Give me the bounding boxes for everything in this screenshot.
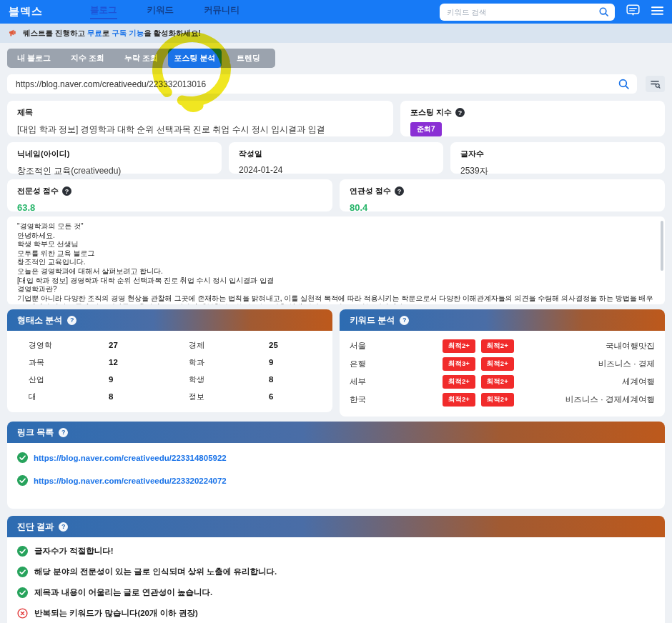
internal-link[interactable]: https://blog.naver.com/creativeedu/22332… xyxy=(34,477,227,485)
keyword-table: 서울 최적2+최적2+ 국내여행맛집 은행 최적3+최적2+ 비즈니스 · 경제… xyxy=(340,331,665,417)
content-line: 기업뿐 아니라 다양한 조직의 경영 현상을 관찰해 그곳에 존재하는 법칙을 … xyxy=(17,294,655,304)
link-item: https://blog.naver.com/creativeedu/22332… xyxy=(17,475,655,486)
charcount-card: 글자수 2539자 xyxy=(450,142,665,174)
list-search-button[interactable] xyxy=(646,76,665,92)
section-tabbar: 내 블로그 지수 조회 누락 조회 포스팅 분석 트렌딩 xyxy=(7,49,275,68)
post-url-input[interactable] xyxy=(7,74,637,94)
morpheme-section-header: 형태소 분석 ? xyxy=(7,309,332,331)
topbar-icons xyxy=(626,4,663,19)
help-icon[interactable]: ? xyxy=(455,108,465,117)
check-circle-icon xyxy=(17,475,28,486)
rank-badge: 최적2+ xyxy=(443,339,475,353)
content-scrollbar[interactable] xyxy=(661,221,663,271)
morpheme-row: 경영학 27 경제 25 xyxy=(29,337,332,354)
morpheme-analysis-section: 형태소 분석 ? 경영학 27 경제 25 과목 12 학과 9 산업 xyxy=(7,309,332,412)
check-circle-icon xyxy=(17,452,28,463)
rank-badge: 최적3+ xyxy=(443,357,475,371)
keyword-section-header: 키워드 분석 ? xyxy=(340,309,665,331)
keyword-row: 한국 최적2+최적2+ 비즈니스 · 경제세계여행 xyxy=(350,391,655,409)
help-icon[interactable]: ? xyxy=(400,316,409,325)
nav-item-blog[interactable]: 블로그 xyxy=(90,4,117,19)
expertise-score-card: 전문성 점수 ? 63.8 xyxy=(7,179,332,211)
tab-post-analysis[interactable]: 포스팅 분석 xyxy=(168,49,222,68)
content-line: 창조적인 교육입니다. xyxy=(17,258,655,267)
quest-notice-bar: 퀘스트를 진행하고 무료로 구독 기능을 활성화하세요! xyxy=(0,24,672,43)
post-url-box xyxy=(7,74,637,94)
diagnosis-item: 글자수가 적절합니다! xyxy=(17,546,655,557)
diagnosis-item: 제목과 내용이 어울리는 글로 연관성이 높습니다. xyxy=(17,587,655,598)
free-link[interactable]: 무료 xyxy=(87,29,102,37)
diagnosis-item: 반복되는 키워드가 많습니다(20개 이하 권장) xyxy=(17,608,655,619)
date-label: 작성일 xyxy=(239,149,433,159)
diagnosis-item: 해당 분야의 전문성이 있는 글로 인식되며 상위 노출에 유리합니다. xyxy=(17,567,655,577)
relevance-score-label: 연관성 점수 ? xyxy=(350,186,655,196)
help-icon[interactable]: ? xyxy=(67,316,76,325)
morpheme-table: 경영학 27 경제 25 과목 12 학과 9 산업 9 학생 8 xyxy=(7,331,332,412)
help-icon[interactable]: ? xyxy=(62,186,71,196)
search-icon[interactable] xyxy=(598,6,609,20)
rank-badge: 최적2+ xyxy=(481,357,514,371)
relevance-score-value: 80.4 xyxy=(350,202,655,213)
diagnosis-section: 진단 결과 ? 글자수가 적절합니다! 해당 분야의 전문성이 있는 글로 인식… xyxy=(7,516,665,623)
link-list: https://blog.naver.com/creativeedu/22331… xyxy=(7,443,665,509)
help-icon[interactable]: ? xyxy=(59,522,68,532)
post-title-card: 제목 [대입 학과 정보] 경영학과 대학 순위 선택과목 진로 취업 수시 정… xyxy=(7,101,393,136)
content-line: 모두를 위한 교육 블로그 xyxy=(17,249,655,259)
tab-my-blog[interactable]: 내 블로그 xyxy=(7,49,61,68)
main-content: 내 블로그 지수 조회 누락 조회 포스팅 분석 트렌딩 제목 [대입 학과 정… xyxy=(0,49,672,623)
link-list-section: 링크 목록 ? https://blog.naver.com/creativee… xyxy=(7,422,665,509)
nickname-card: 닉네임(아이디) 창조적인 교육(creativeedu) xyxy=(7,142,222,174)
keyword-row: 세부 최적2+최적2+ 세계여행 xyxy=(350,373,655,391)
posting-index-label: 포스팅 지수 ? xyxy=(410,107,655,118)
rank-badge: 최적2+ xyxy=(481,375,514,389)
rank-badge: 최적2+ xyxy=(443,375,475,389)
url-row xyxy=(7,74,665,94)
morpheme-row: 대 8 정보 6 xyxy=(29,388,332,405)
expertise-score-value: 63.8 xyxy=(17,202,322,213)
megaphone-icon xyxy=(9,27,18,40)
notice-text: 퀘스트를 진행하고 무료로 구독 기능을 활성화하세요! xyxy=(23,29,201,39)
keyword-row: 서울 최적2+최적2+ 국내여행맛집 xyxy=(350,337,655,355)
internal-link[interactable]: https://blog.naver.com/creativeedu/22331… xyxy=(34,454,227,462)
app-logo[interactable]: 블덱스 xyxy=(9,5,43,19)
nickname-value: 창조적인 교육(creativeedu) xyxy=(17,165,212,177)
tab-trending[interactable]: 트렌딩 xyxy=(222,49,275,68)
keyword-search-box xyxy=(440,4,615,21)
relevance-score-card: 연관성 점수 ? 80.4 xyxy=(340,179,665,211)
post-content-preview: "경영학과의 모든 것" 안녕하세요. 학생 학부모 선생님 모두를 위한 교육… xyxy=(7,216,665,304)
diagnosis-header: 진단 결과 ? xyxy=(7,516,665,537)
top-app-bar: 블덱스 블로그 키워드 커뮤니티 xyxy=(0,0,672,24)
tab-omission-lookup[interactable]: 누락 조회 xyxy=(114,49,168,68)
expertise-score-label: 전문성 점수 ? xyxy=(17,186,322,196)
subscribe-feature-link[interactable]: 구독 기능 xyxy=(112,29,144,37)
nav-item-keyword[interactable]: 키워드 xyxy=(147,4,174,19)
keyword-search-input[interactable] xyxy=(440,4,615,21)
content-line: 학생 학부모 선생님 xyxy=(17,240,655,249)
posting-index-badge: 준최7 xyxy=(410,122,442,136)
content-line: 경영학과란? xyxy=(17,285,655,294)
help-icon[interactable]: ? xyxy=(395,186,404,196)
diagnosis-list: 글자수가 적절합니다! 해당 분야의 전문성이 있는 글로 인식되며 상위 노출… xyxy=(7,537,665,623)
tab-index-lookup[interactable]: 지수 조회 xyxy=(61,49,114,68)
nav-item-community[interactable]: 커뮤니티 xyxy=(204,4,239,19)
warning-circle-icon xyxy=(17,608,28,619)
morpheme-row: 과목 12 학과 9 xyxy=(29,354,332,371)
content-line: [대입 학과 정보] 경영학과 대학 순위 선택과목 진로 취업 수시 정시 입… xyxy=(17,276,655,286)
menu-icon[interactable] xyxy=(651,6,663,19)
analyze-search-icon[interactable] xyxy=(618,78,630,93)
keyword-row: 은행 최적3+최적2+ 비즈니스 · 경제 xyxy=(350,355,655,373)
posting-index-card: 포스팅 지수 ? 준최7 xyxy=(400,101,665,136)
date-value: 2024-01-24 xyxy=(239,165,433,175)
charcount-label: 글자수 xyxy=(460,149,655,159)
rank-badge: 최적2+ xyxy=(481,393,514,407)
check-circle-icon xyxy=(17,587,28,598)
content-line: 오늘은 경영학과에 대해서 살펴보려고 합니다. xyxy=(17,267,655,276)
rank-badge: 최적2+ xyxy=(481,339,514,353)
post-title-label: 제목 xyxy=(17,107,383,118)
chat-icon[interactable] xyxy=(626,4,640,19)
morpheme-row: 산업 9 학생 8 xyxy=(29,371,332,388)
help-icon[interactable]: ? xyxy=(59,428,68,437)
content-line: "경영학과의 모든 것" xyxy=(17,222,655,231)
date-card: 작성일 2024-01-24 xyxy=(229,142,443,174)
post-title-value: [대입 학과 정보] 경영학과 대학 순위 선택과목 진로 취업 수시 정시 입… xyxy=(17,124,383,136)
